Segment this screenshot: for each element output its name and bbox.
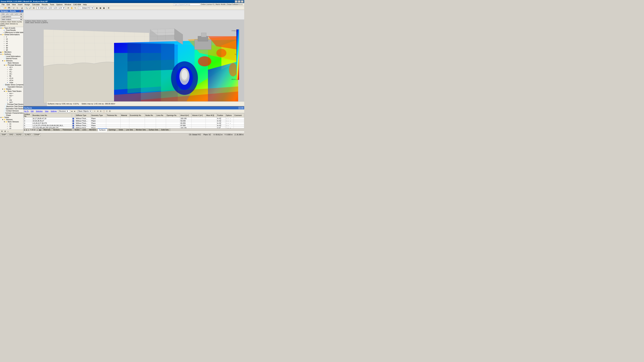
menu-insert[interactable]: Insert bbox=[17, 3, 24, 6]
bgrid-button[interactable]: BGRID bbox=[16, 133, 22, 136]
tab-surface-sets[interactable]: Surface Sets bbox=[147, 128, 160, 131]
tree-item-2[interactable]: ○Differences to initial state bbox=[0, 31, 23, 33]
maximize-button[interactable]: □ bbox=[238, 0, 240, 3]
render-button[interactable]: ◉ bbox=[95, 6, 98, 9]
menu-file[interactable]: File bbox=[1, 3, 6, 6]
menu-edit[interactable]: Edit bbox=[6, 3, 11, 6]
first-page-button[interactable]: ◄◄ bbox=[24, 129, 26, 131]
table-row[interactable]: 44-9,26,8,37-58,270Without Thick...Plane… bbox=[24, 122, 244, 124]
nav-combo-3[interactable]: Static Analysis bbox=[1, 18, 23, 21]
tree-item-14[interactable]: 📄Internal Forces bbox=[0, 57, 23, 60]
zoom-all-button[interactable]: ⊡ bbox=[32, 6, 36, 9]
tree-item-8[interactable]: ○φx bbox=[0, 44, 23, 46]
tree-item-13[interactable]: 📄Local Deformations bbox=[0, 55, 23, 57]
goto-label[interactable]: Go To bbox=[24, 110, 29, 112]
nav-pin-button[interactable]: 📌 bbox=[19, 10, 21, 12]
tree-item-31[interactable]: ○εyy + bbox=[0, 94, 23, 97]
properties-button[interactable]: 📋 bbox=[102, 110, 105, 113]
tree-item-46[interactable]: ○σz bbox=[0, 127, 23, 129]
tree-item-19[interactable]: ○σ1+ bbox=[0, 68, 23, 70]
tab-members[interactable]: Members bbox=[88, 128, 98, 131]
shaded-button[interactable]: ▣ bbox=[102, 6, 106, 9]
save-button[interactable]: 💾 bbox=[8, 6, 11, 9]
tab-openings[interactable]: Openings bbox=[107, 128, 117, 131]
zoom-out-button[interactable]: 🔎 bbox=[28, 6, 32, 9]
refresh-button[interactable]: ⟳ bbox=[108, 110, 111, 113]
open-button[interactable]: 📂 bbox=[4, 6, 7, 9]
tree-item-4[interactable]: ○u bbox=[0, 36, 23, 38]
delete-row-button[interactable]: ✕ bbox=[96, 110, 99, 113]
tree-item-34[interactable]: ○γyz+ bbox=[0, 101, 23, 103]
rotate-button[interactable]: ⟳ bbox=[66, 6, 70, 9]
tab-materials[interactable]: Materials bbox=[42, 128, 52, 131]
tree-item-18[interactable]: ○σ2,+ bbox=[0, 66, 23, 68]
nav-combo-2[interactable]: Loads (kN/m²) bbox=[1, 15, 23, 18]
nav-combo-1[interactable]: CO2 - LC1 + LC2 + LC3 + LC4 bbox=[1, 13, 23, 15]
tree-item-3[interactable]: ▼📁Global Deformations bbox=[0, 33, 23, 36]
new-button[interactable]: 📄 bbox=[0, 6, 4, 9]
tree-item-0[interactable]: ▼📁Type of results bbox=[0, 27, 23, 29]
minimize-button[interactable]: — bbox=[235, 0, 238, 3]
tree-item-29[interactable]: ▼📁Basic Total Strains bbox=[0, 90, 23, 92]
tree-item-1[interactable]: ●Final Results bbox=[0, 29, 23, 31]
print-button[interactable]: 🖨 bbox=[20, 6, 24, 9]
tree-item-30[interactable]: ○εxx + bbox=[0, 92, 23, 94]
tree-item-44[interactable]: ○σx bbox=[0, 123, 23, 125]
tree-item-7[interactable]: ○uz bbox=[0, 42, 23, 44]
table-row[interactable]: 7273,274,388,403-397,470-459,275Without … bbox=[24, 127, 244, 128]
tree-item-40[interactable]: 📄Shape bbox=[0, 114, 23, 116]
pan-button[interactable]: ✋ bbox=[70, 6, 74, 9]
tab-solids[interactable]: Solids bbox=[117, 128, 124, 131]
tree-item-24[interactable]: ○σ2,m bbox=[0, 79, 23, 81]
tree-item-9[interactable]: ○φy bbox=[0, 46, 23, 49]
tree-item-33[interactable]: ●γxy bbox=[0, 99, 23, 101]
tab-line-sets[interactable]: Line Sets bbox=[124, 128, 134, 131]
tree-item-11[interactable]: ▶📁Members bbox=[0, 51, 23, 53]
tab-lines[interactable]: Lines bbox=[81, 128, 88, 131]
tree-item-39[interactable]: 📄Isotropic Characteristics bbox=[0, 112, 23, 114]
tree-item-37[interactable]: 📄Equivalent Total Strains bbox=[0, 108, 23, 110]
tree-item-21[interactable]: ○σ2,- bbox=[0, 73, 23, 75]
toolbar-left-arrow[interactable]: ◄ bbox=[70, 110, 73, 113]
tree-item-20[interactable]: ○σ1,- bbox=[0, 70, 23, 73]
tree-item-10[interactable]: ○φz bbox=[0, 49, 23, 51]
tree-item-38[interactable]: 📄Contact Stresses bbox=[0, 110, 23, 112]
select-button[interactable]: ↖ bbox=[74, 6, 77, 9]
tab-member-sets[interactable]: Member Sets bbox=[134, 128, 147, 131]
osnap-button[interactable]: OSNAP bbox=[33, 133, 40, 136]
view-selector[interactable]: 1 - Global XYZ bbox=[78, 6, 94, 9]
tree-item-35[interactable]: 📄Principal Total Strains bbox=[0, 103, 23, 105]
settings-label[interactable]: Settings bbox=[51, 110, 57, 112]
nav-close-button[interactable]: ✕ bbox=[21, 10, 23, 12]
add-row-button[interactable]: + bbox=[94, 110, 96, 113]
tree-item-43[interactable]: ▼📁Basic Stresses bbox=[0, 121, 23, 123]
tree-item-36[interactable]: 📄Maximum Total Strains bbox=[0, 105, 23, 108]
toolbar-right-arrow[interactable]: ► bbox=[74, 110, 76, 113]
wireframe-button[interactable]: ▦ bbox=[98, 6, 102, 9]
nav-home-button[interactable]: ⌂ bbox=[7, 130, 10, 133]
close-button[interactable]: ✕ bbox=[241, 0, 244, 3]
tab-solid-sets[interactable]: Solid Sets bbox=[160, 128, 170, 131]
tab-sections[interactable]: Sections bbox=[52, 128, 61, 131]
table-row[interactable]: 51,2,14,271,270-65,28-13,66,69,262,26,5.… bbox=[24, 124, 244, 127]
table-row[interactable]: 116,17,28,65-47,18Without Thick...Plane1… bbox=[24, 117, 244, 120]
tree-item-16[interactable]: 📄Basic Stresses bbox=[0, 62, 23, 64]
settings-button[interactable]: ⚙ bbox=[107, 6, 110, 9]
table-row[interactable]: 319-26,36-45,27Without Thick...Plane50.0… bbox=[24, 120, 244, 122]
tree-item-12[interactable]: ▼📁Surfaces bbox=[0, 53, 23, 55]
tree-item-15[interactable]: ▼📁Stresses bbox=[0, 60, 23, 62]
tree-item-17[interactable]: ▼📁Principal Stresses bbox=[0, 64, 23, 66]
tree-item-25[interactable]: ●τmax bbox=[0, 81, 23, 84]
undo-button[interactable]: ↩ bbox=[12, 6, 16, 9]
tree-item-5[interactable]: ○ux bbox=[0, 38, 23, 40]
tree-item-32[interactable]: ○ε:- bbox=[0, 97, 23, 99]
tree-item-27[interactable]: 📄Equivalent Stresses bbox=[0, 86, 23, 88]
tree-item-26[interactable]: 📄Elastic Stress Components bbox=[0, 84, 23, 86]
nav-settings-button-footer[interactable]: ⚙ bbox=[4, 130, 6, 133]
structure-dropdown[interactable]: Structure ▼ bbox=[58, 110, 70, 113]
tab-surfaces[interactable]: Surfaces bbox=[98, 128, 107, 131]
grid-button[interactable]: GRID bbox=[8, 133, 14, 136]
last-page-button[interactable]: ▶▶ bbox=[39, 129, 42, 131]
surfaces-table-scroll[interactable]: SurfaceNo. Boundary Lines No. Stiffness … bbox=[24, 113, 244, 128]
panel-close-button[interactable]: ✕ bbox=[241, 107, 244, 109]
